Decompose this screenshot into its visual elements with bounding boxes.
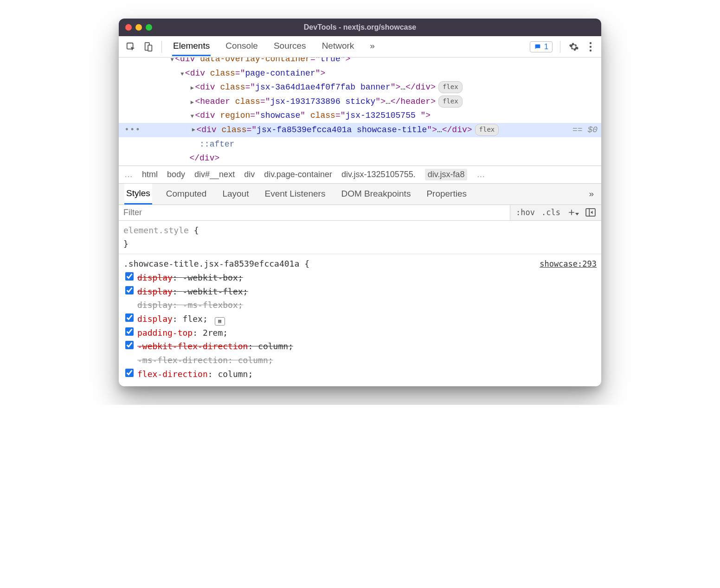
dom-node[interactable]: ▶<div class="jsx-3a64d1ae4f0f7fab banner… (119, 80, 601, 95)
styles-subtabs: Styles Computed Layout Event Listeners D… (119, 184, 601, 205)
css-declaration[interactable]: -webkit-flex-direction: column; (123, 339, 597, 353)
property-name[interactable]: display (137, 287, 173, 296)
css-declaration[interactable]: display: flex; (123, 312, 597, 326)
property-value[interactable]: -webkit-box (183, 273, 238, 282)
subtab-styles[interactable]: Styles (124, 184, 152, 205)
issues-badge[interactable]: 1 (530, 41, 553, 52)
breadcrumb-item-active[interactable]: div.jsx-fa8 (425, 169, 468, 180)
dom-node-close[interactable]: </div> (119, 151, 601, 166)
flex-editor-icon[interactable] (215, 317, 225, 326)
dom-node[interactable]: ▼<div class="page-container"> (119, 66, 601, 81)
declaration-toggle[interactable] (125, 369, 134, 377)
subtab-computed[interactable]: Computed (164, 184, 209, 204)
property-name[interactable]: display (137, 314, 173, 324)
flex-badge[interactable]: flex (438, 81, 463, 93)
maximize-window-button[interactable] (146, 24, 152, 31)
flex-badge[interactable]: flex (438, 96, 463, 108)
property-name[interactable]: display (137, 300, 173, 310)
property-value[interactable]: -ms-flexbox (183, 300, 238, 310)
dom-node[interactable]: ▶<header class="jsx-1931733896 sticky">…… (119, 95, 601, 109)
subtab-overflow-icon[interactable]: » (587, 184, 596, 204)
tab-overflow-icon[interactable]: » (369, 37, 376, 56)
cls-toggle[interactable]: .cls (541, 208, 560, 217)
hov-toggle[interactable]: :hov (516, 208, 535, 217)
inspect-element-icon[interactable] (123, 39, 138, 54)
subtab-event-listeners[interactable]: Event Listeners (263, 184, 327, 204)
property-value[interactable]: 2rem (203, 328, 223, 338)
declaration-toggle[interactable] (125, 286, 134, 294)
css-declaration[interactable]: display: -webkit-flex; (123, 285, 597, 299)
window-title: DevTools - nextjs.org/showcase (119, 23, 601, 32)
dom-pseudo[interactable]: ::after (119, 137, 601, 152)
dom-breadcrumb: … html body div#__next div div.page-cont… (119, 166, 601, 184)
breadcrumb-item[interactable]: div (244, 170, 255, 179)
settings-icon[interactable] (568, 41, 580, 53)
flex-badge[interactable]: flex (475, 124, 499, 136)
breadcrumb-item[interactable]: div#__next (194, 170, 235, 179)
subtab-properties[interactable]: Properties (424, 184, 469, 204)
property-value[interactable]: -webkit-flex (183, 287, 243, 296)
dom-node-selected[interactable]: ••• ▶<div class="jsx-fa8539efcca401a sho… (119, 123, 601, 137)
tab-network[interactable]: Network (321, 37, 355, 56)
declaration-toggle[interactable] (125, 313, 134, 322)
breadcrumb-item[interactable]: div.jsx-1325105755. (341, 170, 416, 179)
property-name[interactable]: display (137, 273, 173, 282)
property-name[interactable]: -webkit-flex-direction (137, 341, 248, 351)
device-toolbar-icon[interactable] (141, 39, 156, 54)
element-style-rule[interactable]: element.style { } (123, 224, 597, 251)
breadcrumb-item[interactable]: body (167, 170, 185, 179)
subtab-layout[interactable]: Layout (220, 184, 251, 204)
new-style-rule-icon[interactable] (567, 208, 579, 217)
actions-icon[interactable]: ••• (124, 123, 141, 137)
property-value[interactable]: column (218, 369, 248, 379)
console-var-hint: == $0 (567, 123, 598, 137)
caret-right-icon[interactable]: ▶ (189, 83, 195, 93)
separator (161, 41, 162, 53)
breadcrumb-overflow-right[interactable]: … (476, 170, 485, 179)
panel-tabs: Elements Console Sources Network » (167, 37, 527, 56)
source-link[interactable]: showcase:293 (540, 257, 597, 270)
css-declaration[interactable]: flex-direction: column; (123, 367, 597, 381)
css-declaration[interactable]: padding-top: 2rem; (123, 326, 597, 340)
declaration-toggle[interactable] (125, 327, 134, 336)
issues-icon (534, 43, 541, 51)
titlebar: DevTools - nextjs.org/showcase (119, 19, 601, 36)
caret-down-icon[interactable]: ▼ (189, 112, 195, 121)
declaration-toggle[interactable] (125, 341, 134, 349)
caret-right-icon[interactable]: ▶ (189, 98, 195, 107)
css-declaration[interactable]: -ms-flex-direction: column; (123, 353, 597, 367)
dom-node[interactable]: ▼<div region="showcase" class="jsx-13251… (119, 109, 601, 123)
caret-down-icon[interactable]: ▼ (169, 58, 175, 64)
subtab-dom-breakpoints[interactable]: DOM Breakpoints (339, 184, 412, 204)
close-window-button[interactable] (125, 24, 132, 31)
svg-point-3 (590, 42, 591, 44)
toolbar-right: 1 (530, 41, 597, 53)
declaration-toggle[interactable] (125, 272, 134, 281)
property-value[interactable]: column (238, 355, 268, 365)
filter-input[interactable] (119, 205, 510, 220)
caret-down-icon[interactable]: ▼ (180, 70, 185, 79)
minimize-window-button[interactable] (135, 24, 142, 31)
toggle-sidebar-icon[interactable] (585, 208, 596, 217)
breadcrumb-item[interactable]: html (142, 170, 158, 179)
property-value[interactable]: column (258, 341, 288, 351)
styles-filter-bar: :hov .cls (119, 205, 601, 221)
property-name[interactable]: padding-top (137, 328, 193, 338)
dom-node[interactable]: ▼<div data-overlay-container="true"> (119, 58, 601, 66)
caret-right-icon[interactable]: ▶ (191, 125, 196, 134)
css-declaration[interactable]: display: -webkit-box; (123, 271, 597, 285)
more-menu-icon[interactable] (585, 41, 597, 53)
tab-console[interactable]: Console (225, 37, 259, 56)
tab-elements[interactable]: Elements (172, 37, 211, 56)
breadcrumb-item[interactable]: div.page-container (264, 170, 332, 179)
breadcrumb-overflow-left[interactable]: … (124, 170, 133, 179)
property-name[interactable]: flex-direction (137, 369, 208, 379)
main-toolbar: Elements Console Sources Network » 1 (119, 36, 601, 58)
dom-tree[interactable]: ▼<div data-overlay-container="true"> ▼<d… (119, 58, 601, 166)
tab-sources[interactable]: Sources (273, 37, 307, 56)
property-value[interactable]: flex (183, 314, 203, 324)
property-name[interactable]: -ms-flex-direction (137, 355, 228, 365)
css-declaration[interactable]: display: -ms-flexbox; (123, 298, 597, 312)
styles-panel: element.style { } .showcase-title.jsx-fa… (119, 221, 601, 387)
selector[interactable]: .showcase-title.jsx-fa8539efcca401a (123, 259, 304, 268)
